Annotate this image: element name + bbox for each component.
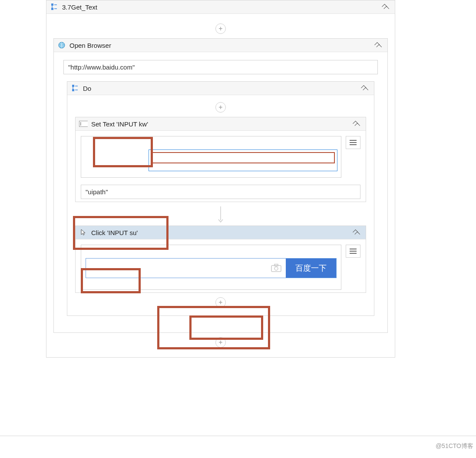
svg-point-8 <box>274 267 278 270</box>
set-text-activity[interactable]: Set Text 'INPUT kw' <box>75 117 366 202</box>
hamburger-icon <box>350 249 357 254</box>
set-text-title: Set Text 'INPUT kw' <box>91 120 351 128</box>
selector-options-button[interactable] <box>346 245 360 258</box>
plus-icon: + <box>215 297 226 308</box>
click-selector-screenshot[interactable]: 百度一下 <box>81 245 341 290</box>
collapse-toggle[interactable] <box>351 120 362 128</box>
chevron-up-icon <box>362 85 368 91</box>
collapse-toggle[interactable] <box>359 85 370 92</box>
add-activity-do-top[interactable]: + <box>71 98 370 117</box>
chevron-up-icon <box>354 229 360 235</box>
separator <box>0 435 476 436</box>
do-title: Do <box>83 85 359 92</box>
text-input-icon <box>79 119 88 128</box>
globe-icon <box>57 41 66 50</box>
watermark: @51CTO博客 <box>436 442 473 450</box>
plus-icon: + <box>215 23 226 34</box>
add-activity-bottom[interactable]: + <box>52 333 390 352</box>
set-text-value: "uipath" <box>86 188 108 196</box>
do-panel[interactable]: Do + <box>67 81 374 316</box>
sequence-title: 3.7Get_Text <box>62 3 380 11</box>
svg-rect-1 <box>51 8 53 10</box>
svg-rect-4 <box>72 89 74 91</box>
chevron-up-icon <box>354 120 360 126</box>
svg-rect-6 <box>80 122 81 126</box>
click-activity[interactable]: Click 'INPUT su' <box>75 226 366 293</box>
collapse-toggle[interactable] <box>373 42 384 49</box>
hamburger-icon <box>350 140 357 145</box>
baidu-button-label: 百度一下 <box>295 264 327 272</box>
collapse-toggle[interactable] <box>380 3 391 11</box>
chevron-up-icon <box>375 42 381 48</box>
open-browser-header[interactable]: Open Browser <box>54 39 387 52</box>
chevron-up-icon <box>383 3 389 10</box>
open-browser-panel[interactable]: Open Browser "http://www.baidu.com" Do <box>53 38 388 333</box>
click-title: Click 'INPUT su' <box>91 229 351 236</box>
click-header[interactable]: Click 'INPUT su' <box>76 226 366 239</box>
add-activity-top[interactable]: + <box>52 19 390 38</box>
selector-options-button[interactable] <box>346 136 360 149</box>
svg-rect-3 <box>72 85 74 87</box>
flow-arrow <box>71 202 370 226</box>
set-text-value-input[interactable]: "uipath" <box>81 185 360 199</box>
url-value: "http://www.baidu.com" <box>68 63 135 71</box>
sequence-header[interactable]: 3.7Get_Text <box>46 0 395 14</box>
plus-icon: + <box>215 102 226 113</box>
cursor-icon <box>79 228 88 237</box>
set-text-header[interactable]: Set Text 'INPUT kw' <box>76 117 366 131</box>
svg-rect-7 <box>271 266 281 272</box>
open-browser-title: Open Browser <box>69 42 373 49</box>
add-activity-do-bottom[interactable]: + <box>71 293 370 312</box>
baidu-search-button: 百度一下 <box>286 259 336 278</box>
svg-rect-0 <box>51 3 53 6</box>
svg-rect-9 <box>274 264 278 266</box>
sequence-panel[interactable]: 3.7Get_Text + Open Browser "http://www <box>46 0 395 358</box>
url-input[interactable]: "http://www.baidu.com" <box>63 60 378 74</box>
do-header[interactable]: Do <box>67 82 374 95</box>
collapse-toggle[interactable] <box>351 229 362 236</box>
sequence-icon <box>50 3 59 11</box>
plus-icon: + <box>215 337 226 348</box>
set-text-selector-screenshot[interactable] <box>81 136 341 178</box>
camera-icon <box>271 263 281 273</box>
sequence-icon <box>71 84 79 93</box>
